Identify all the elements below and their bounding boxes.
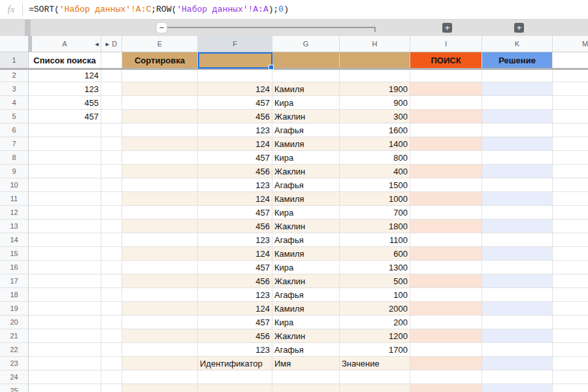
cell-G4[interactable]: Кира xyxy=(272,96,340,110)
cell-I15[interactable] xyxy=(410,247,482,261)
cell-D1[interactable] xyxy=(101,52,122,69)
cell-M2[interactable] xyxy=(553,69,588,82)
cell-E22[interactable] xyxy=(122,343,198,357)
cell-G6[interactable]: Агафья xyxy=(272,123,340,137)
cell-E21[interactable] xyxy=(122,329,198,343)
row-header-13[interactable]: 13 xyxy=(0,220,29,233)
cell-A9[interactable] xyxy=(29,165,101,178)
cell-A14[interactable] xyxy=(29,233,101,247)
cell-I13[interactable] xyxy=(410,220,482,233)
cell-A2[interactable]: 124 xyxy=(29,69,101,82)
cell-E3[interactable] xyxy=(122,82,198,96)
cell-E24[interactable] xyxy=(122,370,198,384)
cell-D3[interactable] xyxy=(101,82,122,96)
cell-M16[interactable] xyxy=(553,261,588,274)
cell-G14[interactable]: Агафья xyxy=(272,233,340,247)
cell-D10[interactable] xyxy=(101,178,122,192)
cell-E16[interactable] xyxy=(122,261,198,274)
cell-H12[interactable]: 700 xyxy=(340,206,410,220)
cell-A13[interactable] xyxy=(29,220,101,233)
cell-K25[interactable] xyxy=(482,384,553,392)
cell-E1[interactable]: Сортировка xyxy=(122,52,198,69)
cell-F2[interactable] xyxy=(198,69,272,82)
cell-F21[interactable]: 456 xyxy=(198,329,272,343)
cell-F17[interactable]: 456 xyxy=(198,274,272,288)
column-header-H[interactable]: H xyxy=(340,36,410,52)
cell-H23[interactable]: Значение xyxy=(340,357,410,370)
cell-F1[interactable] xyxy=(198,52,272,69)
cell-M20[interactable] xyxy=(553,316,588,329)
cell-I24[interactable] xyxy=(410,370,482,384)
row-header-1[interactable]: 1 xyxy=(0,52,29,69)
cell-A11[interactable] xyxy=(29,192,101,206)
row-header-15[interactable]: 15 xyxy=(0,247,29,261)
cell-G15[interactable]: Камиля xyxy=(272,247,340,261)
row-header-7[interactable]: 7 xyxy=(0,137,29,151)
cell-G25[interactable] xyxy=(272,384,340,392)
cell-M21[interactable] xyxy=(553,329,588,343)
cell-F24[interactable] xyxy=(198,370,272,384)
cell-E17[interactable] xyxy=(122,274,198,288)
cell-E4[interactable] xyxy=(122,96,198,110)
row-header-9[interactable]: 9 xyxy=(0,165,29,178)
cell-H4[interactable]: 900 xyxy=(340,96,410,110)
cell-G2[interactable] xyxy=(272,69,340,82)
row-header-16[interactable]: 16 xyxy=(0,261,29,274)
cell-M8[interactable] xyxy=(553,151,588,165)
cell-F16[interactable]: 457 xyxy=(198,261,272,274)
expand-group-button-1[interactable]: + xyxy=(442,23,452,33)
cell-A22[interactable] xyxy=(29,343,101,357)
cell-H25[interactable] xyxy=(340,384,410,392)
cell-F18[interactable]: 123 xyxy=(198,288,272,302)
cell-D15[interactable] xyxy=(101,247,122,261)
cell-F14[interactable]: 123 xyxy=(198,233,272,247)
cell-H8[interactable]: 800 xyxy=(340,151,410,165)
cell-K9[interactable] xyxy=(482,165,553,178)
cell-K18[interactable] xyxy=(482,288,553,302)
cell-M15[interactable] xyxy=(553,247,588,261)
row-header-2[interactable]: 2 xyxy=(0,69,29,82)
cell-E12[interactable] xyxy=(122,206,198,220)
cell-G13[interactable]: Жаклин xyxy=(272,220,340,233)
cell-K17[interactable] xyxy=(482,274,553,288)
cell-F19[interactable]: 124 xyxy=(198,302,272,316)
cell-M7[interactable] xyxy=(553,137,588,151)
cell-G10[interactable]: Агафья xyxy=(272,178,340,192)
column-header-A[interactable]: A◀ xyxy=(29,36,101,52)
cell-E25[interactable] xyxy=(122,384,198,392)
cell-H11[interactable]: 1000 xyxy=(340,192,410,206)
cell-D14[interactable] xyxy=(101,233,122,247)
cell-H17[interactable]: 500 xyxy=(340,274,410,288)
cell-G22[interactable]: Агафья xyxy=(272,343,340,357)
cell-K20[interactable] xyxy=(482,316,553,329)
cell-K2[interactable] xyxy=(482,69,553,82)
row-header-12[interactable]: 12 xyxy=(0,206,29,220)
cell-K7[interactable] xyxy=(482,137,553,151)
cell-H13[interactable]: 1800 xyxy=(340,220,410,233)
cell-H7[interactable]: 1400 xyxy=(340,137,410,151)
cell-H10[interactable]: 1500 xyxy=(340,178,410,192)
cell-A23[interactable] xyxy=(29,357,101,370)
cell-K19[interactable] xyxy=(482,302,553,316)
cell-H16[interactable]: 1300 xyxy=(340,261,410,274)
cell-F23[interactable]: Идентификатор xyxy=(198,357,272,370)
cell-D21[interactable] xyxy=(101,329,122,343)
row-header-21[interactable]: 21 xyxy=(0,329,29,343)
cell-E15[interactable] xyxy=(122,247,198,261)
cell-G5[interactable]: Жаклин xyxy=(272,110,340,123)
column-header-M[interactable]: M xyxy=(553,36,588,52)
cell-G21[interactable]: Жаклин xyxy=(272,329,340,343)
cell-K5[interactable] xyxy=(482,110,553,123)
cell-E2[interactable] xyxy=(122,69,198,82)
cell-H22[interactable]: 1700 xyxy=(340,343,410,357)
cell-H19[interactable]: 2000 xyxy=(340,302,410,316)
cell-D16[interactable] xyxy=(101,261,122,274)
cell-I25[interactable] xyxy=(410,384,482,392)
cell-A16[interactable] xyxy=(29,261,101,274)
cell-M3[interactable] xyxy=(553,82,588,96)
row-header-11[interactable]: 11 xyxy=(0,192,29,206)
column-header-I[interactable]: I xyxy=(410,36,482,52)
cell-E18[interactable] xyxy=(122,288,198,302)
cell-H5[interactable]: 300 xyxy=(340,110,410,123)
cell-A1[interactable]: Список поиска xyxy=(29,52,101,69)
